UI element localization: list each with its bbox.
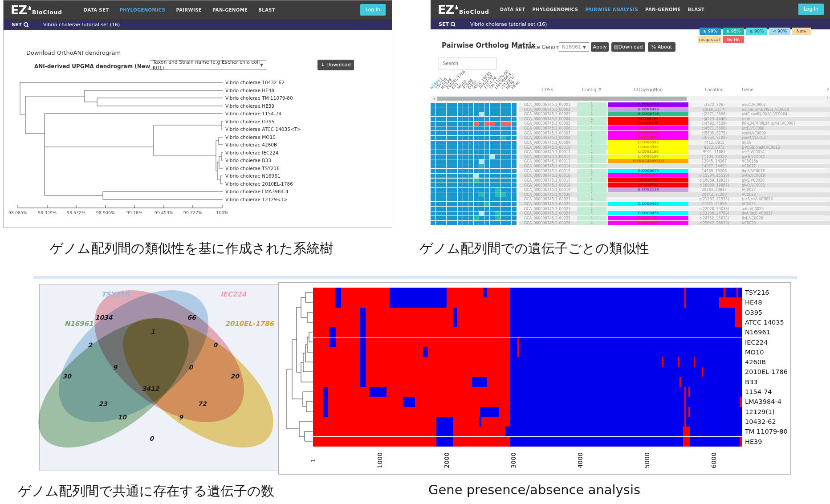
set-label[interactable]: SET bbox=[439, 21, 455, 27]
matrix-cell[interactable] bbox=[458, 154, 463, 159]
matrix-cell[interactable] bbox=[458, 174, 463, 178]
matrix-cell[interactable] bbox=[479, 197, 484, 202]
matrix-cell[interactable] bbox=[452, 183, 457, 187]
matrix-cell[interactable] bbox=[452, 192, 457, 197]
matrix-cell[interactable] bbox=[447, 197, 452, 202]
matrix-cell[interactable] bbox=[431, 221, 435, 225]
matrix-cell[interactable] bbox=[474, 126, 479, 131]
matrix-cell[interactable] bbox=[458, 183, 463, 187]
matrix-cell[interactable] bbox=[506, 145, 511, 150]
matrix-cell[interactable] bbox=[479, 202, 484, 207]
matrix-cell[interactable] bbox=[506, 136, 511, 140]
matrix-cell[interactable] bbox=[436, 103, 441, 107]
matrix-cell[interactable] bbox=[495, 174, 500, 178]
matrix-cell[interactable] bbox=[474, 117, 479, 121]
matrix-cell[interactable] bbox=[484, 207, 489, 211]
matrix-cell[interactable] bbox=[512, 174, 517, 178]
ortholog-row[interactable]: GCA_000006745.1_000211c(21287..21535)tus… bbox=[431, 197, 830, 202]
nav-item-pairwise-analysis[interactable]: PAIRWISE ANALYSIS bbox=[585, 7, 638, 12]
matrix-cell[interactable] bbox=[463, 145, 468, 150]
matrix-cell[interactable] bbox=[447, 107, 452, 112]
ortholog-row[interactable]: GCA_000006745.1_000081E:COG0683c(6354..7… bbox=[431, 135, 830, 140]
dataset-name[interactable]: Vibrio cholerae tutorial set (16) bbox=[470, 21, 547, 27]
matrix-cell[interactable] bbox=[484, 202, 489, 207]
matrix-cell[interactable] bbox=[447, 150, 452, 154]
download-dendrogram-button[interactable]: ↓ Download bbox=[317, 60, 354, 70]
ortholog-row[interactable]: GCA_000006745.1_000101L:COG05928873..997… bbox=[431, 145, 830, 150]
matrix-cell[interactable] bbox=[468, 169, 473, 173]
matrix-cell[interactable] bbox=[479, 179, 484, 183]
matrix-cell[interactable] bbox=[447, 141, 452, 145]
matrix-cell[interactable] bbox=[506, 183, 511, 187]
matrix-cell[interactable] bbox=[479, 192, 484, 197]
ortholog-row[interactable]: GCA_000006745.1_000031U:COG0706c(2271..3… bbox=[431, 112, 830, 117]
matrix-cell[interactable] bbox=[501, 221, 506, 225]
matrix-cell[interactable] bbox=[484, 164, 489, 169]
matrix-cell[interactable] bbox=[468, 179, 473, 183]
matrix-cell[interactable] bbox=[441, 169, 446, 173]
matrix-cell[interactable] bbox=[463, 164, 468, 169]
ortholog-row[interactable]: GCA_000006745.1_000251E:COG1171c(24752..… bbox=[431, 216, 830, 221]
matrix-cell[interactable] bbox=[501, 183, 506, 187]
matrix-cell[interactable] bbox=[463, 154, 468, 159]
matrix-cell[interactable] bbox=[479, 136, 484, 140]
matrix-cell[interactable] bbox=[479, 174, 484, 178]
matrix-cell[interactable] bbox=[431, 159, 435, 164]
matrix-cell[interactable] bbox=[431, 169, 435, 173]
matrix-cell[interactable] bbox=[479, 112, 484, 117]
matrix-cell[interactable] bbox=[441, 103, 446, 107]
matrix-cell[interactable] bbox=[458, 141, 463, 145]
matrix-cell[interactable] bbox=[479, 154, 484, 159]
matrix-cell[interactable] bbox=[458, 188, 463, 192]
matrix-cell[interactable] bbox=[479, 117, 484, 121]
matrix-cell[interactable] bbox=[447, 136, 452, 140]
matrix-cell[interactable] bbox=[484, 221, 489, 225]
matrix-cell[interactable] bbox=[441, 154, 446, 159]
ortholog-row[interactable]: GCA_000006745.1_000051J:COG0230c(4492..4… bbox=[431, 121, 830, 126]
matrix-cell[interactable] bbox=[441, 183, 446, 187]
ortholog-row[interactable]: GCA_000006745.1_000061C:COG4120c(4671..5… bbox=[431, 126, 830, 131]
matrix-cell[interactable] bbox=[463, 221, 468, 225]
matrix-cell[interactable] bbox=[479, 126, 484, 131]
matrix-cell[interactable] bbox=[501, 207, 506, 211]
matrix-cell[interactable] bbox=[501, 192, 506, 197]
matrix-cell[interactable] bbox=[490, 141, 495, 145]
matrix-cell[interactable] bbox=[452, 145, 457, 150]
matrix-cell[interactable] bbox=[431, 131, 435, 135]
matrix-cell[interactable] bbox=[479, 107, 484, 112]
matrix-cell[interactable] bbox=[490, 159, 495, 164]
matrix-cell[interactable] bbox=[458, 103, 463, 107]
matrix-cell[interactable] bbox=[447, 183, 452, 187]
matrix-cell[interactable] bbox=[479, 221, 484, 225]
matrix-cell[interactable] bbox=[484, 197, 489, 202]
matrix-cell[interactable] bbox=[436, 150, 441, 154]
matrix-cell[interactable] bbox=[436, 164, 441, 169]
matrix-cell[interactable] bbox=[447, 216, 452, 220]
matrix-cell[interactable] bbox=[452, 169, 457, 173]
matrix-cell[interactable] bbox=[506, 164, 511, 169]
matrix-cell[interactable] bbox=[441, 141, 446, 145]
matrix-cell[interactable] bbox=[490, 169, 495, 173]
matrix-cell[interactable] bbox=[495, 122, 500, 126]
scrollbar-thumb[interactable] bbox=[437, 97, 687, 101]
matrix-cell[interactable] bbox=[506, 202, 511, 207]
matrix-cell[interactable] bbox=[458, 136, 463, 140]
matrix-cell[interactable] bbox=[479, 122, 484, 126]
matrix-cell[interactable] bbox=[431, 154, 435, 159]
matrix-cell[interactable] bbox=[452, 141, 457, 145]
matrix-cell[interactable] bbox=[441, 131, 446, 135]
apply-button[interactable]: Apply bbox=[591, 42, 609, 52]
matrix-cell[interactable] bbox=[458, 207, 463, 211]
matrix-cell[interactable] bbox=[452, 164, 457, 169]
matrix-cell[interactable] bbox=[452, 216, 457, 220]
matrix-cell[interactable] bbox=[447, 126, 452, 131]
download-button[interactable]: ▤Download bbox=[611, 42, 645, 52]
matrix-cell[interactable] bbox=[436, 221, 441, 225]
matrix-cell[interactable] bbox=[484, 154, 489, 159]
matrix-cell[interactable] bbox=[474, 211, 479, 216]
matrix-cell[interactable] bbox=[474, 221, 479, 225]
matrix-cell[interactable] bbox=[506, 112, 511, 117]
matrix-cell[interactable] bbox=[447, 145, 452, 150]
matrix-cell[interactable] bbox=[447, 211, 452, 216]
matrix-cell[interactable] bbox=[431, 122, 435, 126]
